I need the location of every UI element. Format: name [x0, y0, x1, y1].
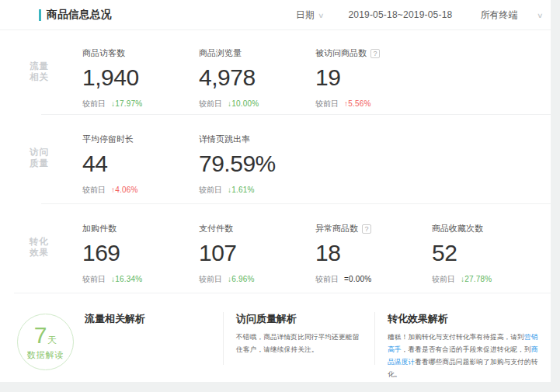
- change-value: ↓1.61%: [228, 186, 255, 194]
- insights-section: 7 天 数据解读 流量相关解析访问质量解析不错哦，商品详情页比同行平均还更能留住…: [0, 293, 551, 381]
- metric-change: 较前日↓27.78%: [432, 274, 548, 285]
- compare-label: 较前日: [315, 99, 339, 108]
- title-accent-bar: [39, 9, 41, 21]
- metric-label: 商品收藏次数: [432, 223, 548, 234]
- metric-value: 18: [315, 241, 432, 265]
- metric-label-text: 平均停留时长: [82, 134, 134, 145]
- terminal-label: 所有终端: [480, 9, 517, 20]
- metric-label: 支付件数: [199, 223, 315, 234]
- terminal-dropdown[interactable]: 所有终端∨: [480, 9, 543, 22]
- metric-change: 较前日↑4.06%: [82, 185, 199, 196]
- compare-label: 较前日: [315, 275, 339, 283]
- metric-label-text: 加购件数: [82, 223, 117, 234]
- metrics-row: 转化效果加购件数169较前日↓16.34%支付件数107较前日↓6.96%异常商…: [0, 204, 551, 293]
- metric-label: 异常商品数?: [315, 223, 432, 234]
- title-wrap: 商品信息总况: [39, 8, 112, 22]
- metrics-row: 流量相关商品访客数1,940较前日↓17.97%商品浏览量4,978较前日↓10…: [0, 30, 551, 114]
- metric-label-text: 商品浏览量: [199, 47, 242, 59]
- insight-text: 糟糕！加购转化与支付转化率有待提高，请到: [388, 333, 524, 341]
- metric-value: 44: [82, 152, 199, 175]
- metric-change: 较前日↓10.00%: [199, 99, 315, 109]
- insight-column: 转化效果解析糟糕！加购转化与支付转化率有待提高，请到营销高手，看看是否有合适的手…: [374, 312, 539, 365]
- change-value: ↑5.56%: [344, 99, 371, 108]
- metric-value: 19: [315, 66, 432, 89]
- metric-card: 商品浏览量4,978较前日↓10.00%: [199, 47, 315, 114]
- change-value: ↓27.78%: [461, 275, 492, 283]
- metric-card: 商品访客数1,940较前日↓17.97%: [82, 47, 199, 114]
- header-controls: 日期∨ 2019-05-18~2019-05-18 所有终端∨: [296, 9, 551, 22]
- insight-columns: 流量相关解析访问质量解析不错哦，商品详情页比同行平均还更能留住客户，请继续保持关…: [74, 312, 539, 365]
- section-label-line: 转化: [30, 236, 82, 247]
- insight-body: 糟糕！加购转化与支付转化率有待提高，请到营销高手，看看是否有合适的手段来促进转化…: [388, 331, 539, 380]
- change-value: ↓16.34%: [111, 275, 142, 283]
- metric-change: 较前日↑5.56%: [315, 99, 432, 109]
- metric-change: 较前日=0.00%: [315, 274, 432, 285]
- compare-label: 较前日: [432, 275, 455, 283]
- metric-label: 平均停留时长: [82, 134, 199, 145]
- date-range-picker[interactable]: 2019-05-18~2019-05-18: [348, 9, 452, 20]
- date-type-dropdown[interactable]: 日期∨: [296, 9, 324, 22]
- metric-value: 79.59%: [199, 152, 315, 175]
- metric-card: 异常商品数?18较前日=0.00%: [315, 223, 432, 293]
- insight-column: 访问质量解析不错哦，商品详情页比同行平均还更能留住客户，请继续保持关注。: [223, 312, 374, 365]
- metric-card: 支付件数107较前日↓6.96%: [199, 223, 315, 293]
- insight-text: 不错哦，商品详情页比同行平均还更能留住客户，请继续保持关注。: [236, 333, 359, 353]
- help-icon[interactable]: ?: [370, 49, 380, 58]
- date-type-label: 日期: [296, 9, 315, 20]
- section-label-line: 效果: [30, 247, 82, 258]
- metric-card: 商品收藏次数52较前日↓27.78%: [432, 223, 548, 293]
- metric-label: 被访问商品数?: [315, 47, 432, 59]
- section-label-line: 流量: [30, 61, 82, 71]
- compare-label: 较前日: [199, 186, 222, 194]
- insight-text: ，看看是否有合适的手段来促进转化呢，到: [402, 345, 531, 353]
- insight-title: 转化效果解析: [388, 312, 539, 326]
- metric-label: 加购件数: [82, 223, 199, 234]
- insight-title: 流量相关解析: [85, 312, 223, 326]
- metric-label-text: 异常商品数: [315, 223, 358, 234]
- badge-days-unit: 天: [47, 334, 57, 347]
- metric-value: 52: [432, 241, 548, 265]
- metrics-row: 访问质量平均停留时长44较前日↑4.06%详情页跳出率79.59%较前日↓1.6…: [0, 115, 551, 203]
- product-overview-panel: 商品信息总况 日期∨ 2019-05-18~2019-05-18 所有终端∨ 流…: [0, 0, 551, 382]
- metric-label-text: 商品收藏次数: [432, 223, 483, 234]
- change-value: ↓10.00%: [228, 99, 259, 108]
- metric-label-text: 商品访客数: [82, 47, 125, 59]
- compare-label: 较前日: [82, 275, 106, 283]
- metric-value: 4,978: [199, 66, 315, 89]
- section-label-line: 访问: [30, 147, 82, 158]
- metric-card: 平均停留时长44较前日↑4.06%: [82, 134, 199, 203]
- change-value: ↓6.96%: [228, 275, 255, 283]
- metric-label: 商品浏览量: [199, 47, 315, 59]
- metrics-section: 流量相关商品访客数1,940较前日↓17.97%商品浏览量4,978较前日↓10…: [0, 30, 551, 293]
- section-label: 转化效果: [30, 223, 82, 293]
- metric-value: 169: [82, 241, 199, 265]
- metric-label: 商品访客数: [82, 47, 199, 59]
- badge-caption: 数据解读: [27, 349, 64, 361]
- chevron-down-icon: ∨: [537, 12, 544, 19]
- section-label: 访问质量: [30, 134, 82, 203]
- seven-day-badge: 7 天 数据解读: [17, 314, 74, 370]
- panel-header: 商品信息总况 日期∨ 2019-05-18~2019-05-18 所有终端∨: [0, 0, 551, 29]
- metric-label-text: 被访问商品数: [315, 47, 367, 59]
- metric-value: 1,940: [82, 66, 199, 89]
- change-value: =0.00%: [344, 275, 371, 283]
- metric-label-text: 支付件数: [199, 223, 233, 234]
- section-label: 流量相关: [30, 47, 82, 114]
- metric-card: 详情页跳出率79.59%较前日↓1.61%: [199, 134, 315, 203]
- change-value: ↓17.97%: [111, 99, 142, 108]
- metric-change: 较前日↓17.97%: [82, 99, 199, 109]
- change-value: ↑4.06%: [111, 186, 138, 194]
- metric-change: 较前日↓16.34%: [82, 274, 199, 285]
- insight-column: 流量相关解析: [85, 312, 223, 365]
- help-icon[interactable]: ?: [362, 224, 371, 234]
- metric-card: 加购件数169较前日↓16.34%: [82, 223, 199, 293]
- compare-label: 较前日: [82, 99, 106, 108]
- section-label-line: 相关: [30, 71, 82, 82]
- insight-title: 访问质量解析: [236, 312, 362, 326]
- page-title: 商品信息总况: [47, 8, 112, 22]
- badge-days-number: 7: [34, 324, 47, 347]
- insight-body: 不错哦，商品详情页比同行平均还更能留住客户，请继续保持关注。: [236, 331, 362, 356]
- badge-line: 7 天: [34, 324, 57, 347]
- chevron-down-icon: ∨: [318, 12, 325, 19]
- compare-label: 较前日: [82, 186, 106, 194]
